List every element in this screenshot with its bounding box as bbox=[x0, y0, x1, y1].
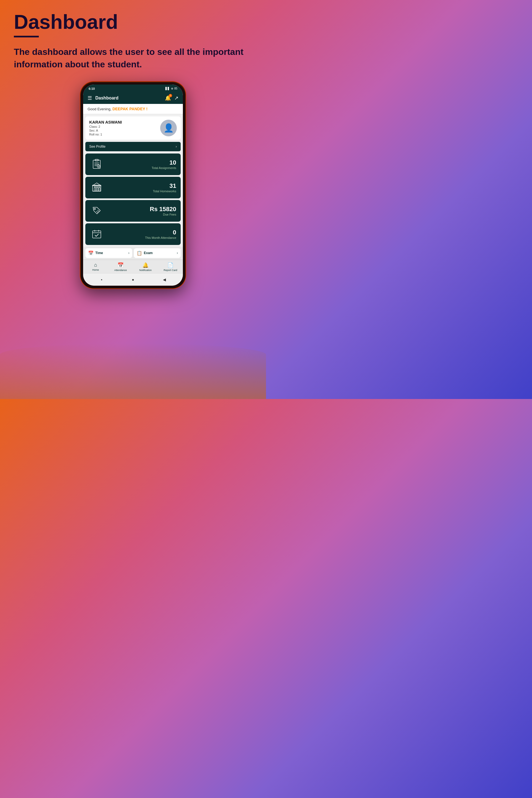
attendance-card[interactable]: 0 This Month Attendance bbox=[86, 223, 180, 245]
profile-card: KARAN ASWANI Class: 2 Sec: A Roll no: 1 … bbox=[86, 116, 180, 140]
recent-icon: ▪ bbox=[101, 277, 102, 282]
homeworks-number: 31 bbox=[153, 182, 176, 190]
home-circle-icon: ● bbox=[132, 277, 134, 282]
attendance-number: 0 bbox=[145, 229, 176, 236]
exam-icon: 📋 bbox=[137, 250, 142, 256]
profile-info: KARAN ASWANI Class: 2 Sec: A Roll no: 1 bbox=[89, 120, 122, 136]
fees-card[interactable]: Rs 15820 Due Fees bbox=[86, 200, 180, 222]
page-description: The dashboard allows the user to see all… bbox=[14, 46, 252, 71]
attendance-nav-icon: 📅 bbox=[117, 262, 124, 268]
svg-rect-11 bbox=[96, 187, 98, 191]
nav-home[interactable]: ⌂ Home bbox=[83, 260, 108, 273]
home-label: Home bbox=[92, 268, 99, 271]
home-icon: ⌂ bbox=[94, 262, 97, 268]
fees-number: Rs 15820 bbox=[150, 206, 176, 213]
nav-attendance[interactable]: 📅 Attendance bbox=[108, 260, 133, 273]
avatar: 👤 bbox=[160, 120, 177, 136]
svg-rect-10 bbox=[94, 187, 96, 191]
calendar-check-icon bbox=[91, 228, 102, 240]
greeting-name: DEEPAK PANDEY ! bbox=[113, 107, 148, 111]
assignments-text: 10 Total Assignments bbox=[152, 159, 176, 170]
svg-line-19 bbox=[96, 211, 98, 213]
student-roll: Roll no: 1 bbox=[89, 133, 122, 136]
fees-label: Due Fees bbox=[150, 213, 176, 216]
header-right: 🔔 0 ↗ bbox=[165, 95, 178, 101]
android-recent-button[interactable]: ▪ bbox=[98, 276, 105, 283]
notification-button[interactable]: 🔔 0 bbox=[165, 95, 171, 101]
attendance-text: 0 This Month Attendance bbox=[145, 229, 176, 240]
menu-icon[interactable]: ☰ bbox=[88, 95, 92, 101]
avatar-icon: 👤 bbox=[164, 123, 174, 133]
phone-screen: 6:10 ▋▋ ⊕ 85 ☰ Dashboard 🔔 bbox=[83, 84, 183, 286]
app-header: ☰ Dashboard 🔔 0 ↗ bbox=[83, 92, 183, 104]
greeting-prefix: Good Evening, bbox=[88, 107, 113, 111]
wifi-icon: ⊕ bbox=[171, 87, 173, 90]
assignments-number: 10 bbox=[152, 159, 176, 166]
back-icon: ◀ bbox=[163, 277, 166, 282]
wavy-background bbox=[0, 344, 266, 399]
homeworks-card[interactable]: 31 Total Homeworks bbox=[86, 177, 180, 198]
exam-button[interactable]: 📋 Exam › bbox=[134, 248, 180, 258]
student-section: Sec: A bbox=[89, 129, 122, 132]
notification-badge: 0 bbox=[169, 94, 172, 97]
fees-icon-area bbox=[90, 204, 103, 218]
title-section: Dashboard The dashboard allows the user … bbox=[14, 11, 252, 71]
time-btn-left: 📅 Time bbox=[88, 250, 103, 256]
see-profile-button[interactable]: See Profile › bbox=[86, 142, 180, 151]
notification-nav-icon: 🔔 bbox=[142, 262, 149, 268]
phone-device: 6:10 ▋▋ ⊕ 85 ☰ Dashboard 🔔 bbox=[80, 82, 186, 288]
student-name: KARAN ASWANI bbox=[89, 120, 122, 125]
page-title: Dashboard bbox=[14, 11, 252, 33]
student-class: Class: 2 bbox=[89, 125, 122, 128]
exam-btn-left: 📋 Exam bbox=[137, 250, 153, 256]
svg-rect-8 bbox=[93, 185, 101, 191]
greeting-bar: Good Evening, DEEPAK PANDEY ! bbox=[83, 104, 183, 114]
quick-actions-row: 📅 Time › 📋 Exam › bbox=[83, 247, 183, 260]
android-back-button[interactable]: ◀ bbox=[161, 276, 168, 283]
status-bar: 6:10 ▋▋ ⊕ 85 bbox=[83, 84, 183, 92]
assignments-icon-area bbox=[90, 157, 103, 171]
time-label: Time bbox=[95, 251, 103, 255]
nav-notification[interactable]: 🔔 Notification bbox=[133, 260, 158, 273]
see-profile-arrow: › bbox=[176, 145, 177, 149]
exam-arrow: › bbox=[177, 251, 178, 255]
report-card-icon: 📄 bbox=[167, 262, 173, 268]
nav-report-card[interactable]: 📄 Report Card bbox=[158, 260, 183, 273]
assignments-card[interactable]: 10 Total Assignments bbox=[86, 153, 180, 175]
homeworks-text: 31 Total Homeworks bbox=[153, 182, 176, 193]
homeworks-label: Total Homeworks bbox=[153, 190, 176, 193]
share-icon[interactable]: ↗ bbox=[174, 95, 178, 101]
clipboard-icon bbox=[91, 158, 102, 170]
time-arrow: › bbox=[128, 251, 129, 255]
attendance-icon-area bbox=[90, 227, 103, 241]
page-container: Dashboard The dashboard allows the user … bbox=[0, 0, 266, 288]
building-icon bbox=[91, 182, 102, 193]
svg-rect-12 bbox=[99, 187, 100, 191]
signal-icon: ▋▋ bbox=[166, 87, 170, 90]
assignments-label: Total Assignments bbox=[152, 166, 176, 170]
svg-point-17 bbox=[94, 208, 96, 209]
svg-rect-20 bbox=[93, 231, 101, 238]
time-button[interactable]: 📅 Time › bbox=[86, 248, 132, 258]
header-left: ☰ Dashboard bbox=[88, 95, 119, 101]
android-home-button[interactable]: ● bbox=[130, 276, 136, 283]
report-card-label: Report Card bbox=[164, 269, 177, 271]
title-underline bbox=[14, 36, 39, 37]
status-icons: ▋▋ ⊕ 85 bbox=[166, 87, 177, 90]
exam-label: Exam bbox=[144, 251, 153, 255]
notification-nav-label: Notification bbox=[139, 269, 152, 271]
battery-icon: 85 bbox=[174, 87, 177, 90]
see-profile-label: See Profile bbox=[89, 145, 106, 149]
phone-wrapper: 6:10 ▋▋ ⊕ 85 ☰ Dashboard 🔔 bbox=[14, 82, 252, 288]
fees-text: Rs 15820 Due Fees bbox=[150, 206, 176, 216]
bottom-navigation: ⌂ Home 📅 Attendance 🔔 Notification 📄 Rep… bbox=[83, 260, 183, 273]
attendance-nav-label: Attendance bbox=[114, 269, 127, 271]
attendance-label: This Month Attendance bbox=[145, 236, 176, 240]
status-time: 6:10 bbox=[89, 87, 95, 90]
header-title: Dashboard bbox=[95, 96, 119, 100]
time-icon: 📅 bbox=[88, 250, 94, 256]
android-nav-bar: ▪ ● ◀ bbox=[83, 273, 183, 286]
svg-line-18 bbox=[97, 210, 99, 212]
homeworks-icon-area bbox=[90, 180, 103, 194]
tag-icon bbox=[91, 205, 102, 217]
